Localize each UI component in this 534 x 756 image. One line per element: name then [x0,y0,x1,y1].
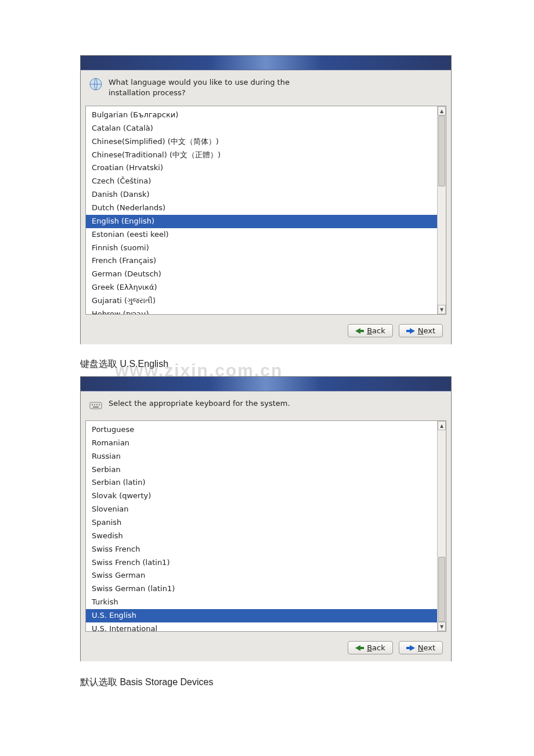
back-button[interactable]: Back [348,641,393,654]
language-prompt-text: What language would you like to use duri… [109,77,294,98]
back-button[interactable]: Back [348,324,393,337]
scroll-down-icon[interactable]: ▼ [438,305,446,314]
keyboard-option[interactable]: Swiss German [86,569,437,582]
keyboard-option[interactable]: Spanish [86,516,437,530]
next-button[interactable]: Next [399,641,443,654]
arrow-right-icon [406,645,415,651]
scroll-thumb[interactable] [438,116,445,186]
keyboard-option[interactable]: U.S. International [86,622,437,631]
scroll-up-icon[interactable]: ▲ [438,421,446,430]
language-option[interactable]: Danish (Dansk) [86,188,437,201]
caption-keyboard-text: 键盘选取 U.S.English [80,359,168,369]
keyboard-option[interactable]: Swiss French (latin1) [86,556,437,570]
panel-banner [81,377,451,391]
svg-rect-4 [96,404,98,405]
language-option[interactable]: Czech (Čeština) [86,175,437,188]
scroll-track[interactable] [438,430,446,622]
svg-rect-2 [92,404,93,405]
language-option[interactable]: Bulgarian (Български) [86,109,437,122]
language-option[interactable]: French (Français) [86,254,437,268]
keyboard-option[interactable]: Serbian (latin) [86,476,437,489]
language-option[interactable]: Chinese(Simplified) (中文（简体）) [86,135,437,149]
keyboard-option[interactable]: Turkish [86,596,437,609]
keyboard-option[interactable]: Portuguese [86,423,437,437]
next-button-label: Next [418,643,435,652]
language-option[interactable]: Chinese(Traditional) (中文（正體）) [86,149,437,162]
keyboard-list-wrap: PortugueseRomanianRussianSerbianSerbian … [85,420,446,632]
language-button-row: Back Next [81,318,451,344]
keyboard-option[interactable]: Russian [86,450,437,463]
keyboard-option[interactable]: Swedish [86,530,437,543]
keyboard-option[interactable]: Slovenian [86,503,437,516]
next-button[interactable]: Next [399,324,443,337]
keyboard-option[interactable]: Swiss German (latin1) [86,582,437,596]
keyboard-option[interactable]: Swiss French [86,543,437,556]
svg-rect-3 [94,404,95,405]
language-option[interactable]: Greek (Ελληνικά) [86,281,437,294]
keyboard-option[interactable]: Romanian [86,437,437,450]
language-option[interactable]: Croatian (Hrvatski) [86,161,437,175]
language-option[interactable]: Hebrew (עברית) [86,308,437,314]
back-button-label: Back [367,643,385,652]
keyboard-prompt-text: Select the appropriate keyboard for the … [109,398,290,409]
language-option[interactable]: Estonian (eesti keel) [86,228,437,242]
caption-storage: 默认选取 Basis Storage Devices [80,676,534,689]
next-button-label: Next [418,326,435,335]
language-panel: What language would you like to use duri… [80,55,452,344]
keyboard-icon [89,398,103,412]
scroll-thumb[interactable] [438,557,445,622]
svg-rect-5 [99,404,100,405]
language-list-wrap: Bulgarian (Български)Catalan (Català)Chi… [85,106,446,315]
language-listbox[interactable]: Bulgarian (Български)Catalan (Català)Chi… [86,106,437,314]
arrow-left-icon [355,645,364,651]
keyboard-button-row: Back Next [81,635,451,661]
language-option[interactable]: English (English) [86,215,437,228]
back-button-label: Back [367,326,385,335]
language-option[interactable]: Finnish (suomi) [86,242,437,255]
svg-rect-6 [93,406,99,408]
scroll-track[interactable] [438,116,446,305]
arrow-left-icon [355,328,364,334]
scroll-down-icon[interactable]: ▼ [438,622,446,631]
language-option[interactable]: Gujarati (ગુજરાતી) [86,294,437,308]
panel-banner [81,56,451,70]
keyboard-option[interactable]: U.S. English [86,609,437,622]
keyboard-option[interactable]: Serbian [86,463,437,477]
keyboard-scrollbar[interactable]: ▲ ▼ [437,421,446,631]
keyboard-listbox[interactable]: PortugueseRomanianRussianSerbianSerbian … [86,421,437,631]
caption-keyboard: 键盘选取 U.S.English www.zixin.com.cn [80,358,534,370]
language-scrollbar[interactable]: ▲ ▼ [437,106,446,314]
keyboard-panel: Select the appropriate keyboard for the … [80,376,452,661]
language-option[interactable]: Dutch (Nederlands) [86,201,437,215]
language-prompt-row: What language would you like to use duri… [81,70,451,106]
keyboard-prompt-row: Select the appropriate keyboard for the … [81,391,451,420]
language-option[interactable]: Catalan (Català) [86,122,437,135]
globe-icon [89,77,103,91]
language-option[interactable]: German (Deutsch) [86,268,437,281]
svg-rect-1 [90,402,102,409]
arrow-right-icon [406,328,415,334]
scroll-up-icon[interactable]: ▲ [438,106,446,116]
keyboard-option[interactable]: Slovak (qwerty) [86,489,437,503]
